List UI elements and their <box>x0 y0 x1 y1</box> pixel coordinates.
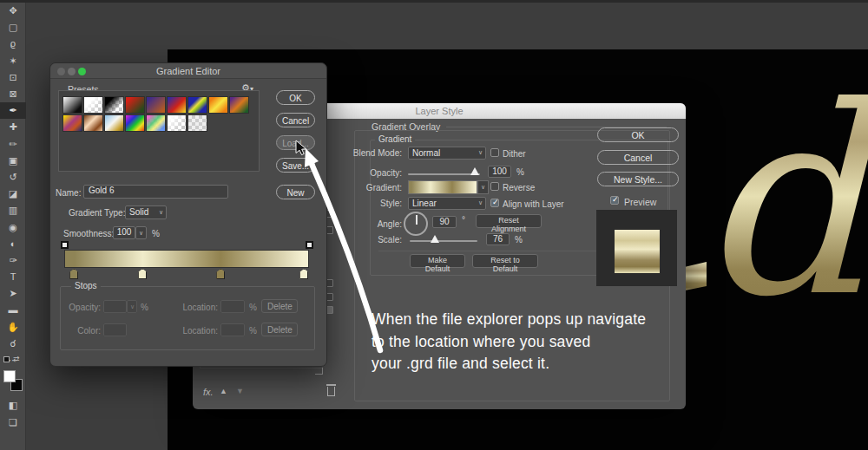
photoshop-window: d Layer Style fx. ▲ ▼ Gradient Overlay G… <box>0 0 868 450</box>
move-tool[interactable]: ✥ <box>0 3 26 19</box>
gradient-preset-black-to-transparent[interactable] <box>104 96 124 114</box>
delete-effect-trash-icon[interactable] <box>327 387 335 396</box>
reset-alignment-button[interactable]: Reset Alignment <box>476 214 542 228</box>
new-style-button[interactable]: New Style... <box>597 172 679 186</box>
lasso-tool[interactable]: ϱ <box>0 36 26 52</box>
save-button[interactable]: Save... <box>276 158 315 173</box>
gradient-type-select[interactable]: Solid ∨ <box>125 205 167 219</box>
zoom-window-icon[interactable] <box>78 68 86 75</box>
reverse-checkbox[interactable] <box>490 182 499 191</box>
gradient-preset-white-to-transparent[interactable] <box>167 114 187 132</box>
load-button[interactable]: Load... <box>276 135 315 150</box>
healing-brush-tool[interactable]: ✚ <box>0 119 26 135</box>
quick-selection-tool[interactable]: ✶ <box>0 53 26 69</box>
cancel-button[interactable]: Cancel <box>276 113 315 127</box>
gradient-preview-bar[interactable] <box>64 250 309 268</box>
clone-stamp-tool[interactable]: ▣ <box>0 153 26 169</box>
gradient-preset-chrome-gold[interactable] <box>104 114 124 132</box>
new-button[interactable]: New <box>276 185 315 199</box>
gradient-preset-transparent[interactable] <box>187 114 207 132</box>
hand-tool[interactable]: ✋ <box>0 319 26 336</box>
align-with-layer-checkbox[interactable] <box>490 199 499 207</box>
gradient-editor-dialog: Gradient Editor Presets ⚙▾ OK Cancel Loa… <box>49 62 327 367</box>
gradient-preset-orange-yellow-orange[interactable] <box>208 96 228 114</box>
style-select[interactable]: Linear ∨ <box>408 197 486 210</box>
dodge-tool[interactable]: ◐ <box>0 236 26 252</box>
eyedropper-tool[interactable]: ✒ <box>0 102 26 119</box>
gradient-preset-red-green[interactable] <box>125 96 145 114</box>
minimize-window-icon[interactable] <box>68 68 76 75</box>
move-effect-up-icon[interactable]: ▲ <box>220 387 227 399</box>
degree-symbol: ° <box>462 215 465 225</box>
ok-button[interactable]: OK <box>276 90 315 105</box>
path-selection-tool[interactable]: ➤ <box>0 285 26 302</box>
smoothness-value-field[interactable]: 100 <box>113 226 135 239</box>
dither-label: Dither <box>503 149 526 159</box>
canvas-letter: d <box>698 82 868 299</box>
angle-value-field[interactable]: 90 <box>432 216 457 228</box>
make-default-button[interactable]: Make Default <box>410 254 465 268</box>
gradient-editor-titlebar[interactable]: Gradient Editor <box>50 63 326 79</box>
eraser-tool[interactable]: ◪ <box>0 186 26 202</box>
opacity-value-field[interactable]: 100 <box>488 166 511 178</box>
angle-dial[interactable] <box>404 212 428 236</box>
type-tool[interactable]: T <box>0 269 26 285</box>
color-stop-marker[interactable] <box>216 269 225 279</box>
history-brush-tool[interactable]: ↺ <box>0 169 26 186</box>
gradient-picker-chevron-icon[interactable]: ∨ <box>477 180 489 194</box>
smoothness-chevron-icon[interactable]: ∨ <box>135 226 147 239</box>
gradient-preset-violet-orange-green[interactable] <box>229 96 249 114</box>
gradient-preset-fg-to-bg[interactable] <box>62 96 82 114</box>
name-input[interactable]: Gold 6 <box>83 185 228 199</box>
ok-button[interactable]: OK <box>597 127 679 142</box>
preview-checkbox[interactable] <box>610 196 619 205</box>
gradient-preset-rainbow-soft[interactable] <box>146 114 166 132</box>
stop-location-label: Location: <box>166 303 218 312</box>
scale-value-field[interactable]: 76 <box>486 233 510 245</box>
blur-tool[interactable]: ◉ <box>0 218 26 235</box>
gradient-preset-copper[interactable] <box>83 114 103 132</box>
cancel-button[interactable]: Cancel <box>597 150 679 165</box>
window-top-edge <box>0 0 868 3</box>
screen-mode-icon[interactable]: ❏ <box>0 414 26 431</box>
marquee-tool[interactable]: ▢ <box>0 19 26 36</box>
gradient-preset-fg-to-transparent[interactable] <box>83 96 103 114</box>
scale-slider[interactable] <box>410 240 477 242</box>
dither-checkbox[interactable] <box>490 148 499 157</box>
chevron-down-icon: ∨ <box>478 199 483 206</box>
gradient-preset-blue-red-yellow[interactable] <box>167 96 187 114</box>
quick-mask-icon[interactable]: ◧ <box>0 397 26 414</box>
crop-tool[interactable]: ⊡ <box>0 69 26 86</box>
default-colors-icon[interactable] <box>3 356 10 362</box>
list-resize-corner <box>315 368 323 375</box>
pen-tool[interactable]: ✑ <box>0 252 26 269</box>
stop-opacity-field <box>103 300 127 313</box>
shape-tool[interactable]: ▬ <box>0 302 26 318</box>
opacity-stop-marker[interactable] <box>306 241 313 249</box>
scale-slider-thumb[interactable] <box>431 235 439 243</box>
gradient-tool[interactable]: ▥ <box>0 202 26 218</box>
blend-mode-select[interactable]: Normal ∨ <box>408 147 486 160</box>
opacity-slider-thumb[interactable] <box>470 167 479 175</box>
gradient-preset-violet-orange[interactable] <box>146 96 166 114</box>
preview-thumbnail-well <box>596 210 677 286</box>
add-effect-button[interactable]: fx. <box>203 387 214 399</box>
gradient-preset-yellow-violet-blue[interactable] <box>62 114 82 132</box>
color-stop-marker[interactable] <box>299 269 308 279</box>
move-effect-down-icon[interactable]: ▼ <box>236 387 244 399</box>
foreground-color-swatch[interactable] <box>3 370 16 382</box>
swap-colors-icon[interactable]: ⇄ <box>13 355 20 363</box>
color-stop-marker[interactable] <box>138 269 147 279</box>
frame-tool[interactable]: ⊠ <box>0 86 26 102</box>
gradient-preset-blue-yellow-blue[interactable] <box>187 96 207 114</box>
chevron-down-icon: ∨ <box>159 209 163 216</box>
gradient-preset-spectrum[interactable] <box>125 114 145 132</box>
color-stop-marker[interactable] <box>69 269 78 279</box>
opacity-slider[interactable] <box>408 173 480 175</box>
reset-to-default-button[interactable]: Reset to Default <box>472 254 538 268</box>
opacity-stop-marker[interactable] <box>61 241 69 249</box>
zoom-tool[interactable]: ☌ <box>0 336 26 352</box>
close-window-icon[interactable] <box>57 68 65 75</box>
gradient-swatch[interactable] <box>408 180 477 194</box>
brush-tool[interactable]: ✏ <box>0 136 26 153</box>
